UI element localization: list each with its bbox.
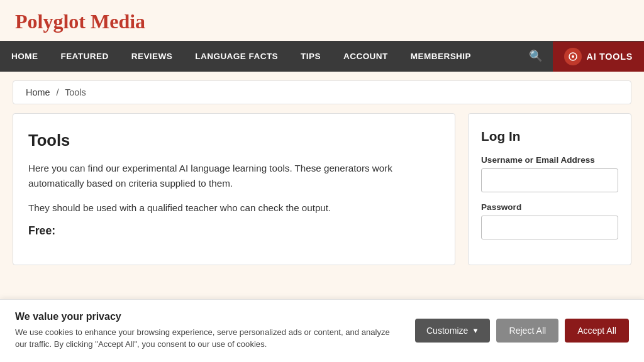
- nav-link-language-facts[interactable]: LANGUAGE FACTS: [184, 43, 289, 70]
- nav-item-home: HOME: [0, 43, 49, 70]
- password-label: Password: [481, 202, 618, 212]
- nav-right: 🔍 AI TOOLS: [519, 41, 644, 72]
- ai-tools-label: AI TOOLS: [587, 52, 633, 62]
- login-box: Log In Username or Email Address Passwor…: [468, 113, 631, 265]
- nav-link-home[interactable]: HOME: [0, 43, 49, 70]
- nav-item-reviews: REVIEWS: [120, 43, 184, 70]
- password-input[interactable]: [481, 216, 618, 239]
- nav-item-membership: MEMBERSHIP: [399, 43, 482, 70]
- content-area: Tools Here you can find our experimental…: [13, 113, 455, 265]
- main-content: Tools Here you can find our experimental…: [13, 113, 631, 265]
- description-paragraph-1: Here you can find our experimental AI la…: [28, 161, 440, 192]
- breadcrumb-current: Tools: [65, 87, 86, 97]
- breadcrumb-home-link[interactable]: Home: [26, 87, 50, 97]
- username-form-group: Username or Email Address: [481, 155, 618, 192]
- nav-link-featured[interactable]: FEATURED: [49, 43, 119, 70]
- free-heading: Free:: [28, 224, 440, 238]
- breadcrumb: Home / Tools: [13, 80, 631, 104]
- page-title: Tools: [28, 131, 440, 150]
- nav-item-account: ACCOUNT: [332, 43, 399, 70]
- site-title: Polyglot Media: [15, 10, 629, 33]
- ai-tools-icon: [564, 48, 582, 65]
- nav-list: HOME FEATURED REVIEWS LANGUAGE FACTS TIP…: [0, 43, 519, 70]
- search-icon: 🔍: [529, 50, 543, 62]
- nav-item-language-facts: LANGUAGE FACTS: [184, 43, 289, 70]
- nav-item-tips: TIPS: [289, 43, 332, 70]
- ai-tools-button[interactable]: AI TOOLS: [553, 41, 644, 72]
- nav-link-account[interactable]: ACCOUNT: [332, 43, 399, 70]
- username-input[interactable]: [481, 168, 618, 192]
- description-paragraph-2: They should be used with a qualified tea…: [28, 200, 440, 216]
- breadcrumb-separator: /: [56, 87, 58, 97]
- username-label: Username or Email Address: [481, 155, 618, 165]
- nav-link-reviews[interactable]: REVIEWS: [120, 43, 184, 70]
- login-heading: Log In: [481, 129, 618, 144]
- search-button[interactable]: 🔍: [519, 41, 553, 72]
- nav-item-featured: FEATURED: [49, 43, 119, 70]
- sidebar: Log In Username or Email Address Passwor…: [468, 113, 631, 265]
- main-nav: HOME FEATURED REVIEWS LANGUAGE FACTS TIP…: [0, 41, 644, 72]
- site-header: Polyglot Media: [0, 0, 644, 41]
- password-form-group: Password: [481, 202, 618, 239]
- nav-link-tips[interactable]: TIPS: [289, 43, 332, 70]
- nav-link-membership[interactable]: MEMBERSHIP: [399, 43, 482, 70]
- svg-point-1: [572, 55, 574, 58]
